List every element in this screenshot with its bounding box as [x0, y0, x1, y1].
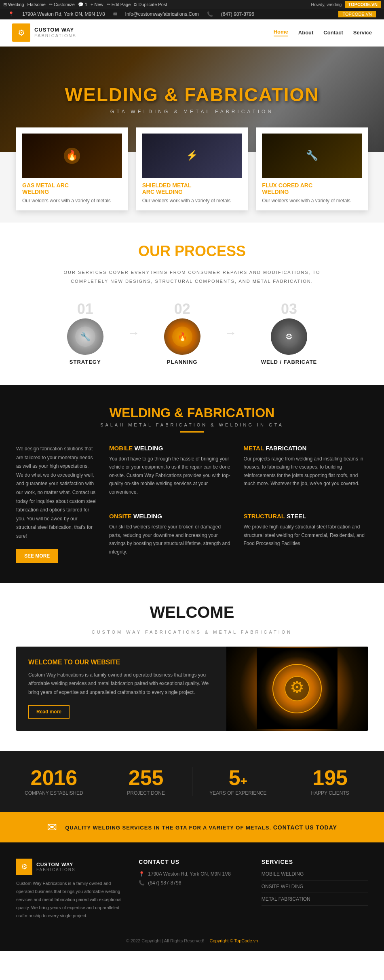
footer-services-title: SERVICES — [262, 859, 368, 865]
dark-left-text: We design fabrication solutions that are… — [16, 445, 97, 541]
hero-content: WELDING & FABRICATION GTA WELDING & META… — [65, 84, 319, 115]
admin-welding[interactable]: ⊞ Welding — [3, 2, 24, 7]
footer-contact-list: 📍 1790A Weston Rd, York ON, M9N 1V8 📞 (6… — [139, 871, 245, 886]
service-card-3: 🔧 FLUX CORED ARCWELDING Our welders work… — [256, 127, 368, 210]
process-title: OUR PROCESS — [16, 243, 368, 260]
card3-desc: Our welders work with a variety of metal… — [262, 197, 362, 204]
nav-links: Home About Contact Service — [274, 29, 372, 36]
phone-icon: 📞 — [207, 11, 213, 17]
metal-fab-title: METAL FABRICATION — [244, 445, 368, 452]
logo-text: CUSTOM WAY FABRICATIONS — [34, 27, 76, 38]
dark-title1: WELDING — [110, 405, 171, 420]
nav-home[interactable]: Home — [274, 29, 288, 36]
stats-section: 2016 Company Established 255 Project Don… — [0, 751, 384, 812]
footer-service-1[interactable]: MOBILE WELDING — [262, 871, 368, 880]
welcome-card-title: WELCOME TO OUR WEBSITE — [28, 659, 214, 666]
welcome-title: WELCOME — [16, 603, 368, 622]
admin-bar-right: Howdy, welding TOPCODE.VN — [311, 1, 381, 8]
stat-label-4: Happy Clients — [284, 790, 376, 796]
admin-logo: TOPCODE.VN — [345, 1, 381, 8]
process-desc: OUR SERVICES COVER EVERYTHING FROM CONSU… — [51, 268, 333, 286]
service-structural-steel: STRUCTURAL STEEL We provide high quality… — [244, 513, 368, 562]
stat-clients: 195 Happy Clients — [284, 767, 376, 796]
email-icon: ✉ — [113, 11, 117, 17]
copyright-text: © 2022 Copyright | All Rights Reserved! — [126, 938, 205, 943]
footer: ⚙ CUSTOM WAY FABRICATIONS Custom Way Fab… — [0, 842, 384, 951]
step1-label: STRATEGY — [67, 359, 103, 365]
admin-duplicate[interactable]: ⧉ Duplicate Post — [134, 2, 167, 7]
step1-number: 01 — [67, 302, 103, 316]
mobile-welding-title: MOBILE WELDING — [109, 445, 234, 452]
card-img-2: ⚡ — [142, 134, 242, 178]
step3-circle: ⚙ — [271, 318, 307, 355]
admin-customize[interactable]: ✏ Customize — [49, 2, 75, 7]
footer-logo-icon: ⚙ — [16, 859, 32, 875]
dark-title-amp: & — [174, 405, 187, 420]
stat-label-2: Project Done — [100, 790, 192, 796]
stat-number-4: 195 — [284, 767, 376, 788]
svg-text:🔥: 🔥 — [66, 149, 78, 161]
footer-services-list: MOBILE WELDING ONSITE WELDING METAL FABR… — [262, 871, 368, 906]
process-step-3: 03 ⚙ WELD / FABRICATE — [261, 302, 317, 365]
admin-edit[interactable]: ✏ Edit Page — [107, 2, 131, 7]
topcode-logo: TOPCODE.VN — [338, 11, 376, 17]
step3-label: WELD / FABRICATE — [261, 359, 317, 365]
cta-link[interactable]: CONTACT US TODAY — [273, 824, 337, 831]
nav-service[interactable]: Service — [353, 30, 372, 36]
admin-comments[interactable]: 💬 1 — [78, 2, 87, 7]
top-info-bar: 📍 1790A Weston Rd, York ON, M9N 1V8 ✉ In… — [0, 9, 384, 19]
svg-text:⚡: ⚡ — [186, 149, 198, 161]
welcome-subtitle: CUSTOM WAY FABRICATIONS & METAL FABRICAT… — [16, 630, 368, 634]
card2-desc: Our welders work with a variety of metal… — [142, 197, 242, 204]
hero-title: WELDING & FABRICATION — [65, 84, 319, 106]
footer-services: SERVICES MOBILE WELDING ONSITE WELDING M… — [262, 859, 368, 920]
step2-number: 02 — [164, 302, 200, 316]
dark-content: We design fabrication solutions that are… — [16, 445, 368, 563]
step2-label: PLANNING — [164, 359, 200, 365]
address-icon: 📍 — [139, 871, 145, 877]
phone-value: (647) 987-8796 — [148, 880, 181, 886]
process-step-2: 02 🔥 PLANNING — [164, 302, 200, 365]
admin-new[interactable]: + New — [91, 2, 103, 7]
structural-steel-title: STRUCTURAL STEEL — [244, 513, 368, 520]
process-step-1: 01 🔧 STRATEGY — [67, 302, 103, 365]
footer-service-2[interactable]: ONSITE WELDING — [262, 884, 368, 893]
service-card-1: 🔥 GAS METAL ARCWELDING Our welders work … — [16, 127, 128, 210]
step-arrow-2: → — [225, 326, 237, 340]
footer-logo-text: CUSTOM WAY FABRICATIONS — [36, 862, 76, 872]
see-more-button[interactable]: See More — [16, 549, 58, 563]
stat-experience: 5+ Years of Experience — [192, 767, 285, 796]
cta-icon: ✉ — [47, 820, 57, 834]
service-card-2: ⚡ SHIELDED METALARC WELDING Our welders … — [136, 127, 248, 210]
onsite-welding-title: ONSITE WELDING — [109, 513, 234, 520]
card2-title: SHIELDED METALARC WELDING — [142, 182, 242, 195]
read-more-button[interactable]: Read more — [28, 705, 70, 719]
step3-number: 03 — [261, 302, 317, 316]
card3-title: FLUX CORED ARCWELDING — [262, 182, 362, 195]
footer-brand-name: CUSTOM WAY — [36, 862, 76, 868]
cta-text1: QUALITY WELDING SERVICES IN THE GTA FOR … — [65, 825, 271, 831]
welcome-section: WELCOME CUSTOM WAY FABRICATIONS & METAL … — [0, 583, 384, 751]
footer-service-3[interactable]: METAL FABRICATION — [262, 896, 368, 906]
stat-projects: 255 Project Done — [100, 767, 192, 796]
structural-steel-desc: We provide high quality structural steel… — [244, 523, 368, 547]
card1-desc: Our welders work with a variety of metal… — [22, 197, 122, 204]
address-text: 1790A Weston Rd, York ON, M9N 1V8 — [22, 11, 105, 17]
nav-contact[interactable]: Contact — [323, 30, 343, 36]
email-link[interactable]: Info@customwayfabrications.Com — [125, 11, 199, 17]
welcome-card: WELCOME TO OUR WEBSITE Custom Way Fabric… — [16, 647, 368, 731]
admin-flatsome[interactable]: Flatsome — [27, 2, 46, 7]
address-icon: 📍 — [8, 11, 14, 17]
nav-about[interactable]: About — [298, 30, 314, 36]
hero-title2: FABRICATION — [185, 84, 319, 105]
dark-right: MOBILE WELDING You don't have to go thro… — [109, 445, 368, 563]
stat-plus: + — [241, 774, 248, 787]
watermark-text: Copyright © TopCode.vn — [210, 938, 258, 943]
service-metal-fabrication: METAL FABRICATION Our projects range fro… — [244, 445, 368, 503]
svg-text:🔧: 🔧 — [80, 332, 90, 342]
process-steps: 01 🔧 STRATEGY → 02 🔥 PLANNING → 03 ⚙ WEL… — [16, 302, 368, 365]
hero-title-text: WELDING — [65, 84, 158, 105]
hero-amp: & — [165, 84, 185, 105]
brand-sub: FABRICATIONS — [34, 33, 76, 38]
mobile-welding-desc: You don't have to go through the hassle … — [109, 455, 234, 496]
